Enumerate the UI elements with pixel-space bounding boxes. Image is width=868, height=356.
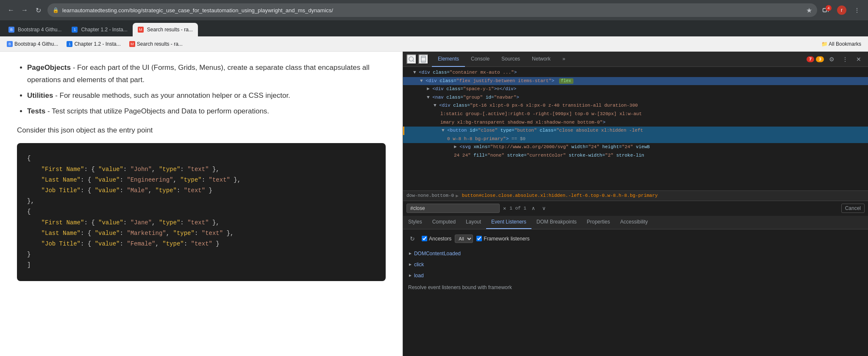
lock-icon: 🔒 — [53, 7, 59, 13]
star-icon[interactable]: ★ — [806, 6, 812, 14]
tab-label-search: Search results - ra... — [147, 27, 193, 33]
el-item-load: ► load — [406, 270, 865, 281]
props-tab-styles[interactable]: Styles — [403, 216, 427, 229]
forward-button[interactable]: → — [19, 4, 31, 16]
devtools-more-icon: » — [562, 56, 565, 62]
search-cancel-button[interactable]: Cancel — [841, 204, 865, 213]
resolve-text: Resolve event listeners bound with frame… — [406, 281, 865, 294]
url-input[interactable]: learnautomatedtesting.com/blog/strategic… — [62, 7, 803, 14]
address-bar[interactable]: 🔒 learnautomatedtesting.com/blog/strateg… — [47, 3, 817, 17]
code-line-1: { — [27, 153, 376, 164]
code-line-2: "First Name": { "value": "John", "type":… — [27, 164, 376, 175]
dom-line-5b: l:static group-[.active]:right-0 -right-… — [403, 110, 868, 119]
device-toolbar-icon[interactable] — [418, 54, 428, 64]
all-bookmarks[interactable]: 📁 All Bookmarks — [818, 39, 865, 49]
props-tab-dom-breakpoints-label: DOM Breakpoints — [537, 219, 577, 225]
bookmark-chapter-label: Chapter 1.2 - Insta... — [74, 41, 120, 47]
bookmark-search-label: Search results - ra... — [137, 41, 183, 47]
framework-checkbox[interactable] — [476, 236, 482, 241]
tab-chapter[interactable]: 1 Chapter 1.2 - Insta... — [67, 23, 132, 36]
dom-line-svg[interactable]: ► <svg xmlns="http://www.w3.org/2000/svg… — [403, 143, 868, 152]
bookmark-search-icon: M — [129, 41, 135, 47]
browser-toolbar: ← → ↻ 🔒 learnautomatedtesting.com/blog/s… — [0, 0, 868, 20]
code-line-3: "Last Name": { "value": "Engineering", "… — [27, 175, 376, 185]
dom-line-2[interactable]: ▼ <div class="flex justify-between items… — [403, 77, 868, 86]
props-tab-layout[interactable]: Layout — [461, 216, 486, 229]
dom-line-5[interactable]: ▼ <div class="pt-16 xl:pt-0 px-6 xl:px-0… — [403, 102, 868, 110]
profile-icon[interactable]: r — [836, 4, 848, 16]
props-tab-accessibility-label: Accessibility — [620, 219, 648, 225]
bookmark-bootstrap-label: Bootstrap 4 Githu... — [14, 41, 58, 47]
framework-checkbox-label[interactable]: Framework listeners — [476, 236, 529, 242]
bookmark-chapter[interactable]: 1 Chapter 1.2 - Insta... — [63, 39, 124, 49]
ancestors-checkbox-label[interactable]: Ancestors — [422, 236, 451, 242]
search-next-button[interactable]: ∨ — [540, 204, 548, 212]
dom-line-1[interactable]: ▼ <div class="container mx-auto ..."> — [403, 69, 868, 77]
devtools-tab-console[interactable]: Console — [465, 52, 495, 67]
devtools-tab-network[interactable]: Network — [526, 52, 556, 67]
tab-bootstrap[interactable]: B Bootstrap 4 Githu... — [3, 23, 67, 36]
props-tab-accessibility[interactable]: Accessibility — [615, 216, 653, 229]
bookmarks-bar: B Bootstrap 4 Githu... 1 Chapter 1.2 - I… — [0, 36, 868, 52]
list-item-tests-bold: Tests — [27, 107, 45, 115]
el-item-domcontentloaded-header[interactable]: ► DOMContentLoaded — [406, 250, 865, 257]
extensions-icon[interactable]: 4 — [821, 4, 832, 16]
props-tab-styles-label: Styles — [408, 219, 422, 225]
devtools-tab-elements[interactable]: Elements — [432, 52, 465, 67]
devtools-more-icon-btn[interactable]: ⋮ — [839, 53, 851, 65]
ancestors-checkbox[interactable] — [422, 236, 427, 241]
list-item-utilities-bold: Utilities — [27, 91, 53, 99]
el-toolbar: ↻ Ancestors All Framework listeners — [406, 233, 865, 245]
inspect-element-icon[interactable] — [406, 54, 417, 64]
dom-line-button[interactable]: ▼ <button id="close" type="button" class… — [403, 127, 868, 135]
ancestors-label: Ancestors — [429, 236, 451, 242]
devtools-settings-icon[interactable]: ⚙ — [826, 53, 837, 65]
bookmark-search[interactable]: M Search results - ra... — [126, 39, 186, 49]
el-item-click-label: click — [414, 262, 424, 268]
devtools-right-icons: 7 3 ⚙ ⋮ ✕ — [807, 53, 865, 65]
folder-icon: 📁 — [821, 41, 828, 47]
search-result-count: 1 of 1 — [509, 206, 526, 211]
props-tab-dom-breakpoints[interactable]: DOM Breakpoints — [531, 216, 582, 229]
devtools-tab-more[interactable]: » — [556, 52, 571, 67]
devtools-top-bar: Elements Console Sources Network » 7 3 ⚙ — [403, 52, 868, 67]
chevron-load-icon: ► — [408, 273, 412, 278]
chevron-domcontentloaded-icon: ► — [408, 251, 412, 256]
bookmark-chapter-icon: 1 — [67, 41, 72, 47]
bookmark-bootstrap[interactable]: B Bootstrap 4 Githu... — [3, 39, 61, 49]
tab-search[interactable]: M Search results - ra... — [133, 23, 198, 36]
devtools-close-icon[interactable]: ✕ — [853, 53, 865, 65]
props-tab-computed[interactable]: Computed — [427, 216, 461, 229]
code-line-5: }, — [27, 196, 376, 207]
devtools-tab-elements-label: Elements — [438, 56, 459, 62]
svg-point-1 — [409, 57, 414, 61]
el-item-load-label: load — [414, 273, 424, 279]
main-layout: PageObjects - For each part of the UI (F… — [0, 52, 868, 356]
dom-line-4[interactable]: ▼ <nav class="group" id="navbar"> — [403, 94, 868, 102]
filter-select[interactable]: All — [455, 235, 473, 243]
toolbar-icons: 4 r ⋮ — [821, 4, 863, 16]
el-item-load-header[interactable]: ► load — [406, 272, 865, 279]
back-button[interactable]: ← — [5, 4, 17, 16]
code-line-11: ] — [27, 260, 376, 270]
el-refresh-icon[interactable]: ↻ — [406, 233, 418, 245]
el-item-domcontentloaded-label: DOMContentLoaded — [414, 251, 461, 257]
devtools-tab-sources[interactable]: Sources — [495, 52, 526, 67]
code-line-4: "Job Title": { "value": "Male", "type": … — [27, 185, 376, 196]
devtools-search-input[interactable] — [406, 204, 500, 213]
search-clear-icon[interactable]: ✕ — [503, 205, 506, 212]
props-tab-properties[interactable]: Properties — [582, 216, 615, 229]
props-tab-event-listeners[interactable]: Event Listeners — [486, 216, 531, 229]
browser-chrome: ← → ↻ 🔒 learnautomatedtesting.com/blog/s… — [0, 0, 868, 52]
breadcrumb-part-2[interactable]: button#close.close.absolute.xl:hidden.-l… — [460, 192, 659, 199]
dom-line-3[interactable]: ► <div class="space-y-1">⊙</div> — [403, 85, 868, 94]
breadcrumb-part-1[interactable]: dow-none.bottom-0 — [406, 193, 454, 198]
more-options-icon[interactable]: ⋮ — [851, 4, 863, 16]
el-item-click-header[interactable]: ► click — [406, 261, 865, 268]
search-prev-button[interactable]: ∧ — [530, 204, 537, 212]
props-tab-properties-label: Properties — [587, 219, 610, 225]
devtools-tab-sources-label: Sources — [501, 56, 520, 62]
props-tabs: Styles Computed Layout Event Listeners D… — [403, 216, 868, 229]
reload-button[interactable]: ↻ — [32, 4, 44, 16]
nav-buttons: ← → ↻ — [5, 4, 44, 16]
